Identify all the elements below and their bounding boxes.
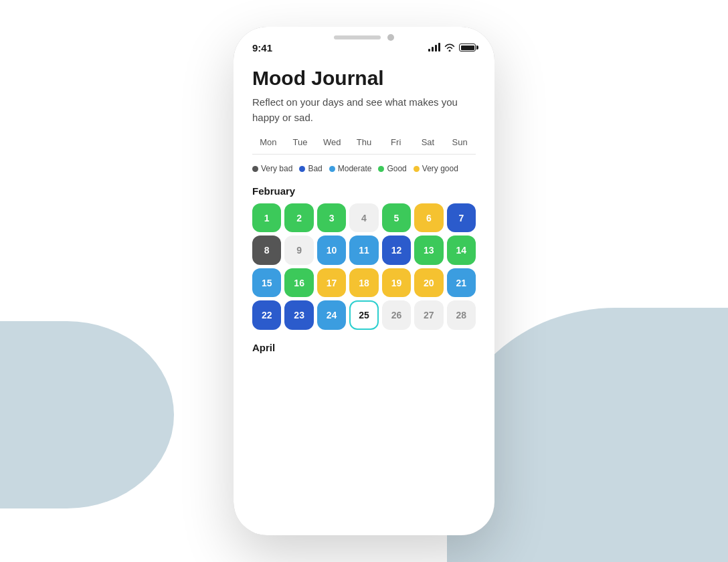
legend-dot-very-good [414,166,420,172]
legend-good: Good [378,164,406,173]
wifi-icon [444,43,455,52]
legend-dot-bad [299,166,305,172]
legend-dot-good [378,166,384,172]
legend-bad: Bad [299,164,322,173]
calendar-day-8[interactable]: 8 [252,236,281,264]
day-thu: Thu [348,137,380,147]
day-mon: Mon [252,137,284,147]
calendar-day-15[interactable]: 15 [252,268,281,297]
month-april: April [252,342,476,360]
status-icons [428,43,476,52]
notch [317,27,411,48]
phone-screen: 9:41 Mood Journal [234,27,494,535]
day-sat: Sat [412,137,444,147]
phone-frame: 9:41 Mood Journal [234,27,494,535]
calendar-day-20[interactable]: 20 [414,268,443,297]
calendar-day-17[interactable]: 17 [317,268,346,297]
legend-very-bad: Very bad [252,164,292,173]
calendar-day-21[interactable]: 21 [447,268,476,297]
day-wed: Wed [316,137,348,147]
month-april-label: April [252,342,476,353]
calendar-day-12[interactable]: 12 [382,236,411,264]
main-content[interactable]: Mood Journal Reflect on your days and se… [234,59,494,535]
calendar-day-18[interactable]: 18 [349,268,378,297]
calendar-day-16[interactable]: 16 [284,268,313,297]
calendar-day-25[interactable]: 25 [349,300,378,329]
legend-moderate: Moderate [329,164,372,173]
calendar-day-28[interactable]: 28 [447,300,476,329]
app-subtitle: Reflect on your days and see what makes … [252,95,476,125]
february-grid[interactable]: 1234567891011121314151617181920212223242… [252,203,476,330]
battery-icon [459,43,476,52]
notch-camera [387,34,394,41]
calendar-day-14[interactable]: 14 [447,236,476,264]
calendar-day-27[interactable]: 27 [414,300,443,329]
calendar-day-1[interactable]: 1 [252,203,281,232]
legend-dot-moderate [329,166,335,172]
day-tue: Tue [284,137,316,147]
calendar-day-26[interactable]: 26 [382,300,411,329]
calendar-day-6[interactable]: 6 [414,203,443,232]
legend-dot-very-bad [252,166,258,172]
calendar-day-4[interactable]: 4 [349,203,378,232]
calendar-day-2[interactable]: 2 [284,203,313,232]
calendar-day-10[interactable]: 10 [317,236,346,264]
calendar-day-22[interactable]: 22 [252,300,281,329]
month-february: February 1234567891011121314151617181920… [252,185,476,330]
calendar-day-3[interactable]: 3 [317,203,346,232]
day-fri: Fri [380,137,412,147]
calendar-day-19[interactable]: 19 [382,268,411,297]
calendar-day-11[interactable]: 11 [349,236,378,264]
day-sun: Sun [444,137,476,147]
signal-icon [428,43,440,52]
calendar-day-23[interactable]: 23 [284,300,313,329]
status-time: 9:41 [252,42,272,54]
notch-pill [334,35,381,39]
month-february-label: February [252,185,476,197]
calendar-day-9[interactable]: 9 [284,236,313,264]
calendar-day-7[interactable]: 7 [447,203,476,232]
bg-blob-left [0,321,174,508]
calendar-day-13[interactable]: 13 [414,236,443,264]
mood-legend: Very bad Bad Moderate Good Very good [252,160,476,173]
calendar-day-5[interactable]: 5 [382,203,411,232]
app-title: Mood Journal [252,67,476,90]
calendar-day-24[interactable]: 24 [317,300,346,329]
legend-very-good: Very good [414,164,458,173]
day-headers: Mon Tue Wed Thu Fri Sat Sun [252,137,476,155]
